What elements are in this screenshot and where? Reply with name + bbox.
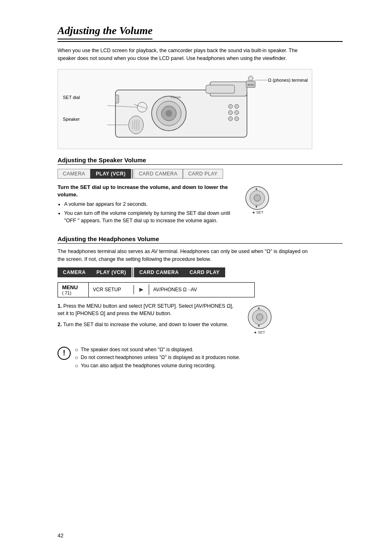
mode-card-play-speaker: CARD PLAY	[183, 169, 223, 179]
warning-text-2: Do not connect headphones unless "Ω" is …	[81, 354, 240, 362]
svg-point-36	[256, 314, 263, 320]
mode-card-camera-speaker: CARD CAMERA	[134, 169, 183, 179]
headphones-body-text: The headphones terminal also serves as A…	[58, 248, 312, 263]
svg-point-22	[235, 117, 239, 121]
svg-text:◄ SET: ◄ SET	[251, 210, 263, 214]
mode-play-vcr-speaker: PLAY (VCR)	[90, 169, 131, 179]
speaker-section-heading: Adjusting the Speaker Volume	[58, 157, 343, 165]
warning-text-list: ○ The speaker does not sound when "Ω" is…	[75, 346, 240, 370]
step-2-text: Turn the SET dial to increase the volume…	[63, 322, 228, 327]
svg-point-20	[235, 111, 239, 115]
step-1: 1. Press the MENU button and select [VCR…	[58, 302, 238, 318]
step-2: 2. Turn the SET dial to increase the vol…	[58, 321, 238, 329]
svg-point-4	[166, 110, 172, 117]
warning-box: ! ○ The speaker does not sound when "Ω" …	[58, 346, 304, 370]
headphones-mode-bar: CAMERA PLAY (VCR) CARD CAMERA CARD PLAY	[58, 267, 343, 277]
warning-bullet-1: ○	[75, 346, 78, 354]
svg-text:▼: ▼	[257, 324, 261, 328]
camera-diagram: SET dial Speaker Ω (phones) terminal AV/…	[58, 69, 312, 149]
warning-text-3: You can also adjust the headphones volum…	[81, 362, 215, 370]
svg-text:AV/Ω: AV/Ω	[247, 83, 254, 86]
label-set-dial: SET dial	[63, 95, 80, 100]
speaker-mode-bar: CAMERA PLAY (VCR) CARD CAMERA CARD PLAY	[58, 169, 343, 179]
svg-point-17	[228, 104, 233, 108]
camera-illustration: AV/Ω Canon	[83, 74, 284, 145]
warning-line-1: ○ The speaker does not sound when "Ω" is…	[75, 346, 240, 354]
steps-area: 1. Press the MENU button and select [VCR…	[58, 302, 343, 339]
svg-text:▼: ▼	[255, 205, 258, 209]
svg-point-19	[228, 111, 233, 115]
menu-sub: ( 71)	[62, 290, 84, 295]
svg-text:▲: ▲	[257, 306, 261, 310]
speaker-bullet-1: A volume bar appears for 2 seconds.	[64, 200, 238, 208]
page: Adjusting the Volume When you use the LC…	[0, 0, 392, 555]
svg-text:Canon: Canon	[171, 95, 181, 99]
step-1-text: Press the MENU button and select [VCR SE…	[58, 303, 233, 317]
svg-rect-27	[115, 95, 119, 103]
warning-bullet-2: ○	[75, 354, 78, 362]
mode-card-camera-headphones: CARD CAMERA	[134, 267, 184, 277]
mode-camera-headphones: CAMERA	[58, 267, 91, 277]
vcr-setup-label: VCR SETUP	[93, 287, 121, 292]
warning-bullet-3: ○	[75, 362, 78, 370]
speaker-bullet-2: You can turn off the volume completely b…	[64, 210, 238, 225]
step-1-num: 1.	[58, 303, 62, 309]
svg-rect-6	[206, 85, 235, 93]
mode-camera-speaker: CAMERA	[58, 169, 90, 179]
headphones-section-heading: Adjusting the Headphones Volume	[58, 235, 343, 244]
vcr-setup-cell: VCR SETUP	[89, 285, 134, 294]
speaker-instruction: Turn the SET dial up to increase the vol…	[58, 184, 238, 198]
warning-text-1: The speaker does not sound when "Ω" is d…	[81, 346, 193, 354]
av-phones-cell: AV/PHONES Ω ··AV	[149, 285, 215, 294]
page-title: Adjusting the Volume	[58, 25, 152, 39]
step-2-num: 2.	[58, 322, 62, 327]
svg-point-21	[228, 117, 233, 121]
menu-table: MENU ( 71) VCR SETUP ► AV/PHONES Ω ··AV	[58, 282, 255, 297]
speaker-dial-illustration: ▲ ▼ ◄ SET	[242, 184, 272, 219]
svg-text:◄ SET: ◄ SET	[253, 330, 265, 334]
menu-cell: MENU ( 71)	[58, 283, 89, 297]
speaker-bullet-list: A volume bar appears for 2 seconds. You …	[64, 200, 238, 225]
label-speaker: Speaker	[63, 117, 80, 122]
svg-point-12	[129, 116, 143, 134]
arrow-cell: ►	[134, 284, 149, 295]
warning-line-2: ○ Do not connect headphones unless "Ω" i…	[75, 354, 240, 362]
mode-play-vcr-headphones: PLAY (VCR)	[91, 267, 131, 277]
menu-label: MENU	[62, 284, 84, 290]
svg-point-30	[254, 195, 261, 201]
svg-text:▲: ▲	[255, 187, 258, 191]
av-phones-label: AV/PHONES Ω ··AV	[153, 287, 197, 292]
headphones-dial-illustration: ▲ ▼ ◄ SET	[245, 302, 274, 339]
warning-line-3: ○ You can also adjust the headphones vol…	[75, 362, 240, 370]
steps-text: 1. Press the MENU button and select [VCR…	[58, 302, 238, 332]
svg-point-9	[248, 76, 253, 81]
warning-icon: !	[58, 347, 71, 360]
speaker-instruction-row: Turn the SET dial up to increase the vol…	[58, 184, 343, 228]
mode-card-play-headphones: CARD PLAY	[184, 267, 225, 277]
page-number: 42	[58, 532, 63, 539]
intro-text: When you use the LCD screen for playback…	[58, 47, 312, 62]
svg-point-18	[235, 104, 239, 108]
